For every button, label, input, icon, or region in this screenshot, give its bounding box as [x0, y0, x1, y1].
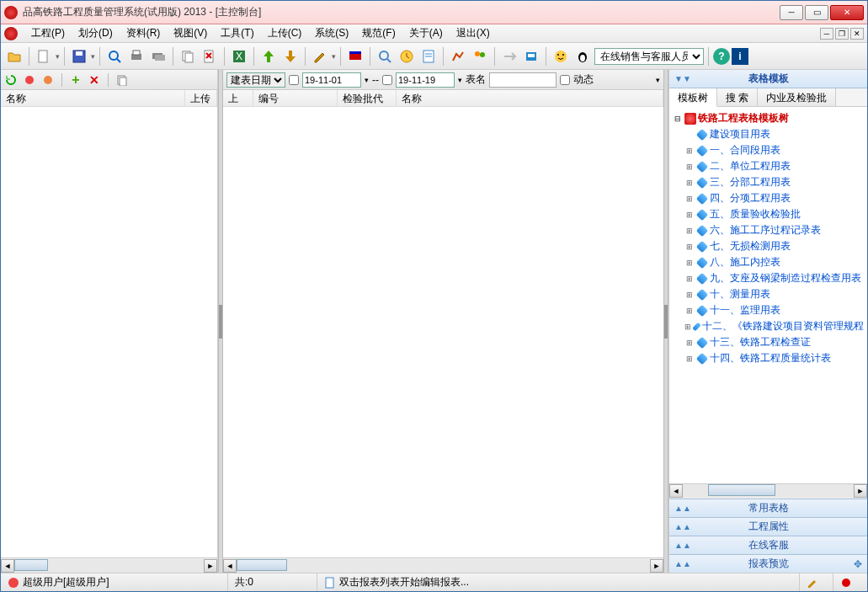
template-tree[interactable]: ⊟ 铁路工程表格模板树 建设项目用表 ⊞一、合同段用表⊞二、单位工程用表⊞三、分… — [669, 107, 867, 483]
new-doc-icon[interactable] — [34, 46, 54, 67]
edit-pen-icon[interactable] — [310, 46, 330, 67]
expand-icon[interactable]: ⊞ — [684, 227, 695, 235]
delete-icon[interactable] — [200, 46, 220, 67]
right-header-templates[interactable]: ▼▼ 表格模板 — [669, 70, 867, 88]
menu-data[interactable]: 资料(R) — [120, 24, 168, 42]
left-tree-body[interactable] — [1, 107, 217, 557]
center-col-number[interactable]: 编号 — [253, 90, 338, 106]
tree-node[interactable]: ⊞一、合同段用表 — [673, 142, 864, 158]
print-batch-icon[interactable] — [148, 46, 168, 67]
bar-report-preview[interactable]: ▲▲报表预览✥ — [669, 554, 867, 573]
settings-icon[interactable] — [448, 46, 468, 67]
users-icon[interactable] — [470, 46, 490, 67]
collapse-icon[interactable]: ⊟ — [673, 115, 683, 123]
pen-icon[interactable] — [807, 577, 818, 589]
scroll-thumb[interactable] — [14, 559, 48, 571]
bar-online-service[interactable]: ▲▲在线客服 — [669, 536, 867, 554]
date-to-check[interactable] — [382, 75, 392, 85]
date-from-input[interactable] — [302, 72, 361, 88]
expand-icon[interactable]: ⊞ — [684, 339, 695, 347]
tree-node[interactable]: ⊞十二、《铁路建设项目资料管理规程 — [673, 318, 864, 334]
date-to-input[interactable] — [396, 72, 455, 88]
home-red-icon[interactable] — [23, 73, 36, 87]
expand-icon[interactable]: ⊞ — [684, 195, 695, 203]
home-orange-icon[interactable] — [41, 73, 55, 87]
tree-node[interactable]: ⊞十三、铁路工程检查证 — [673, 334, 864, 350]
print-icon[interactable] — [126, 46, 146, 67]
tree-node[interactable]: ⊞十一、监理用表 — [673, 302, 864, 318]
right-hscrollbar[interactable]: ◄ ► — [669, 483, 867, 499]
expand-icon[interactable]: ⊞ — [684, 275, 695, 283]
tree-node[interactable]: ⊞三、分部工程用表 — [673, 174, 864, 190]
expand-icon[interactable]: ⊞ — [684, 307, 695, 315]
center-col-upload[interactable]: 上传 — [223, 90, 253, 106]
expand-icon[interactable]: ⊞ — [684, 211, 695, 219]
menu-system[interactable]: 系统(S) — [308, 24, 355, 42]
date-type-select[interactable]: 建表日期 — [226, 72, 285, 88]
tree-node[interactable]: ⊞十四、铁路工程质量统计表 — [673, 350, 864, 366]
flag-icon[interactable] — [345, 46, 365, 67]
mdi-minimize[interactable]: ─ — [820, 28, 833, 40]
menu-division[interactable]: 划分(D) — [72, 24, 120, 42]
left-hscrollbar[interactable]: ◄ ► — [1, 557, 217, 573]
help-icon[interactable]: ? — [713, 48, 730, 65]
expand-icon[interactable]: ⊞ — [684, 147, 695, 155]
face-icon[interactable] — [551, 46, 571, 67]
maximize-button[interactable]: ▭ — [805, 5, 828, 20]
center-list-body[interactable] — [223, 107, 663, 557]
save-icon[interactable] — [69, 46, 89, 67]
expand-icon[interactable]: ⊞ — [684, 259, 695, 267]
expand-icon[interactable]: ⊞ — [684, 291, 695, 299]
menu-exit[interactable]: 退出(X) — [450, 24, 497, 42]
tree-node[interactable]: ⊞八、施工内控表 — [673, 254, 864, 270]
bar-common-tables[interactable]: ▲▲常用表格 — [669, 499, 867, 517]
expand-icon[interactable]: ⊞ — [684, 163, 695, 171]
refresh-icon[interactable] — [4, 73, 18, 87]
close-button[interactable]: ✕ — [830, 5, 864, 20]
report-icon[interactable] — [418, 46, 439, 67]
menu-tools[interactable]: 工具(T) — [214, 24, 260, 42]
tab-search[interactable]: 搜 索 — [717, 88, 758, 106]
add-icon[interactable]: + — [69, 73, 83, 87]
scroll-thumb[interactable] — [237, 559, 287, 571]
tree-node[interactable]: ⊞七、无损检测用表 — [673, 238, 864, 254]
left-col-name[interactable]: 名称 — [1, 90, 185, 106]
mdi-close[interactable]: ✕ — [850, 28, 864, 40]
scroll-left-icon[interactable]: ◄ — [1, 559, 14, 573]
scroll-thumb[interactable] — [708, 484, 775, 496]
menu-project[interactable]: 工程(P) — [24, 24, 72, 42]
tree-node[interactable]: ⊞九、支座及钢梁制造过程检查用表 — [673, 270, 864, 286]
minimize-button[interactable]: ─ — [780, 5, 803, 20]
tree-node[interactable]: ⊞五、质量验收检验批 — [673, 206, 864, 222]
expand-icon[interactable]: ✥ — [854, 558, 862, 570]
nav-icon[interactable] — [499, 46, 519, 67]
copy-icon[interactable] — [178, 46, 198, 67]
menu-spec[interactable]: 规范(F) — [355, 24, 402, 42]
tree-node[interactable]: ⊞二、单位工程用表 — [673, 158, 864, 174]
upload-up-icon[interactable] — [258, 46, 279, 67]
expand-icon[interactable]: ⊞ — [684, 179, 695, 187]
menu-view[interactable]: 视图(V) — [167, 24, 214, 42]
preview-icon[interactable] — [104, 46, 125, 67]
menu-about[interactable]: 关于(A) — [402, 24, 450, 42]
download-icon[interactable] — [280, 46, 301, 67]
clock-icon[interactable] — [397, 46, 417, 67]
expand-icon[interactable]: ⊞ — [684, 355, 695, 363]
center-col-name[interactable]: 名称 — [397, 90, 663, 106]
tree-node[interactable]: 建设项目用表 — [673, 126, 864, 142]
expand-icon[interactable]: ⊞ — [684, 323, 691, 331]
bar-project-props[interactable]: ▲▲工程属性 — [669, 517, 867, 536]
tab-template-tree[interactable]: 模板树 — [669, 88, 717, 107]
scroll-right-icon[interactable]: ► — [854, 484, 867, 498]
menu-app-icon[interactable] — [4, 27, 18, 40]
left-col-upload[interactable]: 上传 — [185, 90, 217, 106]
remove-icon[interactable]: ✕ — [88, 73, 101, 87]
mdi-restore[interactable]: ❐ — [835, 28, 849, 40]
qq-icon[interactable] — [572, 46, 593, 67]
scroll-left-icon[interactable]: ◄ — [669, 484, 683, 498]
scroll-right-icon[interactable]: ► — [204, 559, 217, 573]
tree-node[interactable]: ⊞六、施工工序过程记录表 — [673, 222, 864, 238]
record-icon[interactable] — [840, 577, 852, 589]
table-name-input[interactable] — [489, 72, 556, 88]
scroll-left-icon[interactable]: ◄ — [223, 559, 237, 573]
